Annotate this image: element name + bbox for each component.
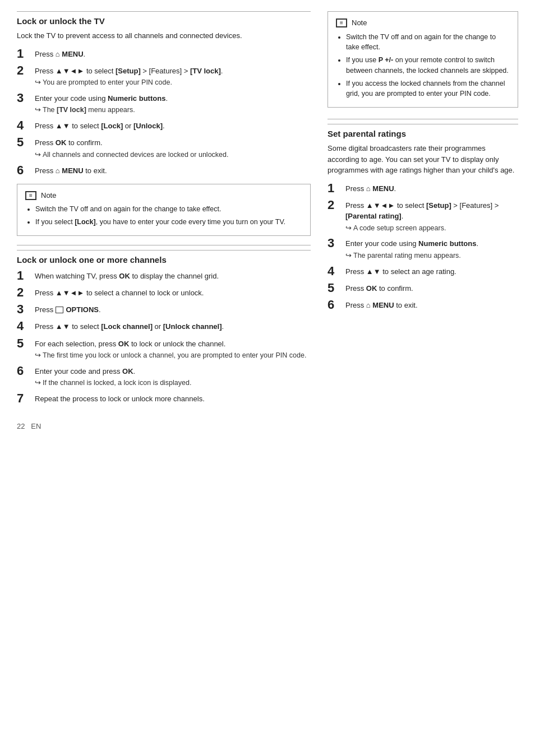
section-divider (17, 245, 311, 245)
step-number: 1 (17, 269, 33, 282)
note-item: If you select [Lock], you have to enter … (35, 217, 302, 228)
step-number: 1 (328, 182, 343, 195)
step-item: 1 When watching TV, press OK to display … (17, 269, 311, 282)
step-number: 4 (17, 319, 33, 333)
section1-intro: Lock the TV to prevent access to all cha… (17, 30, 311, 41)
step-bold: OK (56, 138, 67, 147)
step-content: Press ⌂ MENU to exit. (35, 164, 311, 177)
step-item: 3 Press OPTIONS. (17, 303, 311, 316)
step-number: 5 (328, 281, 343, 295)
note-label: Note (352, 17, 367, 29)
note-item: If you use P +/- on your remote control … (346, 55, 510, 76)
step-bold: [Lock] (101, 122, 123, 130)
step-item: 4 Press ▲▼ to select an age rating. (328, 265, 518, 278)
step-content: When watching TV, press OK to display th… (35, 269, 311, 282)
step-bold: [Parental rating] (345, 212, 402, 220)
step-bold: Numeric buttons (418, 239, 476, 248)
note-header: Note (25, 190, 302, 201)
step-content: Press ▲▼ to select [Lock] or [Unlock]. (35, 119, 311, 132)
step-item: 2 Press ▲▼◄► to select a channel to lock… (17, 286, 311, 299)
step-content: Enter your code and press OK. If the cha… (35, 364, 311, 388)
step-number: 7 (17, 392, 33, 405)
step-number: 4 (17, 119, 33, 132)
right-section-title: Set parental ratings (328, 124, 518, 138)
step-result: You are prompted to enter your PIN code. (35, 77, 311, 88)
step-number: 3 (328, 236, 343, 250)
step-content: Press ▲▼◄► to select [Setup] > [Features… (345, 198, 518, 234)
section2-steps: 1 When watching TV, press OK to display … (17, 269, 311, 405)
step-content: Enter your code using Numeric buttons. T… (35, 91, 311, 115)
step-number: 6 (17, 164, 33, 177)
step-content: For each selection, press OK to lock or … (35, 337, 311, 361)
step-content: Press OK to confirm. (345, 281, 518, 294)
section2-title: Lock or unlock one or more channels (17, 250, 311, 265)
note-header: Note (336, 17, 510, 29)
step-number: 4 (328, 265, 343, 278)
step-content: Press ⌂ MENU to exit. (345, 298, 518, 311)
step-bold: OK (118, 340, 130, 348)
step-item: 5 Press OK to confirm. All channels and … (17, 136, 311, 160)
page-lang: EN (31, 422, 41, 430)
step-number: 2 (17, 64, 33, 77)
step-bold: ⌂ MENU (56, 166, 84, 175)
step-bold: [Unlock channel] (163, 322, 222, 331)
step-bold: [Lock channel] (101, 322, 153, 331)
note-icon (336, 18, 347, 27)
step-bold: ⌂ MENU (366, 301, 394, 309)
section1-title: Lock or unlock the TV (17, 11, 311, 26)
step-bold: [Setup] (426, 201, 451, 210)
step-item: 5 For each selection, press OK to lock o… (17, 337, 311, 361)
step-bold: ⌂ MENU (56, 50, 84, 58)
step-item: 4 Press ▲▼ to select [Lock] or [Unlock]. (17, 119, 311, 132)
right-section-steps: 1 Press ⌂ MENU. 2 Press ▲▼◄► to select [… (328, 182, 518, 312)
step-number: 6 (328, 298, 343, 312)
step-bold: [Setup] (116, 67, 141, 75)
step-result: The first time you lock or unlock a chan… (35, 350, 311, 361)
note-icon (25, 191, 36, 200)
step-content: Press ▲▼ to select an age rating. (345, 265, 518, 277)
step-content: Press OPTIONS. (35, 303, 311, 316)
step-number: 2 (17, 286, 33, 299)
step-number: 5 (17, 337, 33, 350)
step-item: 2 Press ▲▼◄► to select [Setup] > [Featur… (328, 198, 518, 234)
step-result: All channels and connected devices are l… (35, 150, 311, 160)
step-content: Press ⌂ MENU. (35, 47, 311, 60)
page-footer: 22 EN (17, 422, 311, 430)
step-item: 6 Enter your code and press OK. If the c… (17, 364, 311, 388)
step-result: A code setup screen appears. (345, 223, 518, 234)
step-item: 3 Enter your code using Numeric buttons.… (328, 236, 518, 261)
page-number: 22 (17, 422, 25, 430)
step-result: The [TV lock] menu appears. (35, 105, 311, 115)
step-bold: OK (122, 367, 133, 375)
step-bold: [TV lock] (190, 67, 221, 75)
step-bold: [Unlock] (133, 122, 163, 130)
step-item: 5 Press OK to confirm. (328, 281, 518, 295)
step-result: If the channel is locked, a lock icon is… (35, 378, 311, 388)
step-content: Repeat the process to lock or unlock mor… (35, 392, 311, 405)
note-list: Switch the TV off and on again for the c… (25, 204, 302, 228)
step-content: Press ▲▼ to select [Lock channel] or [Un… (35, 319, 311, 332)
step-result: The parental rating menu appears. (345, 251, 518, 261)
step-bold: OPTIONS (64, 305, 99, 314)
step-item: 1 Press ⌂ MENU. (17, 47, 311, 61)
step-bold: OK (366, 284, 377, 293)
step-content: Enter your code using Numeric buttons. T… (345, 236, 518, 261)
note-item: If you access the locked channels from t… (346, 78, 510, 100)
step-number: 3 (17, 303, 33, 316)
step-bold: OK (119, 272, 130, 280)
step-number: 2 (328, 198, 343, 212)
note-box-1: Note Switch the TV off and on again for … (17, 184, 311, 236)
step-number: 1 (17, 47, 33, 61)
right-column: Note Switch the TV off and on again for … (328, 11, 518, 430)
note-item: Switch the TV off and on again for the c… (35, 204, 302, 215)
note-box-right: Note Switch the TV off and on again for … (328, 11, 518, 108)
section1-steps: 1 Press ⌂ MENU. 2 Press ▲▼◄► to select [… (17, 47, 311, 177)
note-label: Note (41, 190, 56, 201)
step-item: 7 Repeat the process to lock or unlock m… (17, 392, 311, 405)
step-content: Press OK to confirm. All channels and co… (35, 136, 311, 160)
step-item: 3 Enter your code using Numeric buttons.… (17, 91, 311, 115)
step-item: 6 Press ⌂ MENU to exit. (328, 298, 518, 312)
note-item: Switch the TV off and on again for the c… (346, 32, 510, 53)
step-bold: Numeric buttons (108, 94, 165, 103)
note-list: Switch the TV off and on again for the c… (336, 32, 510, 100)
